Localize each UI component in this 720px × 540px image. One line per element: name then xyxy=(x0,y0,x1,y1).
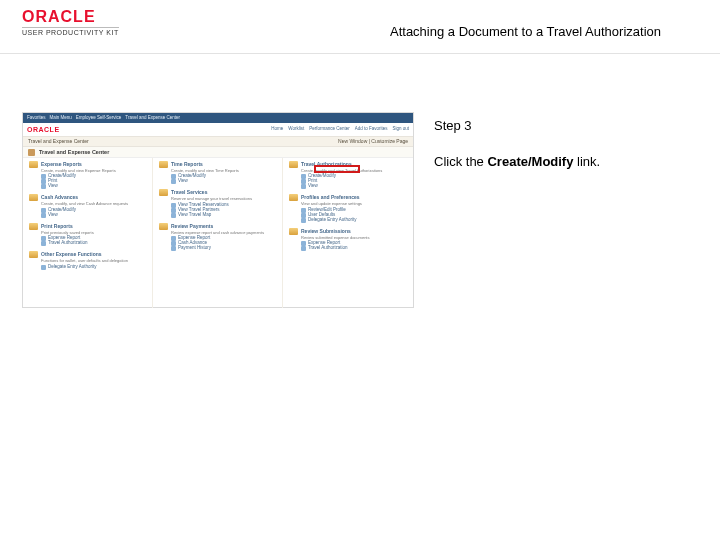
app-brand: ORACLE xyxy=(27,126,60,134)
link[interactable]: Travel Authorization xyxy=(301,246,409,251)
subbrand-text: USER PRODUCTIVITY KIT xyxy=(22,27,119,36)
tile-title[interactable]: Review Payments xyxy=(171,224,213,230)
tile-title[interactable]: Travel Authorizations xyxy=(301,162,352,168)
tile-profiles: Profiles and Preferences View and update… xyxy=(289,194,409,222)
link-view[interactable]: View xyxy=(301,184,409,189)
link[interactable]: Delegate Entry Authority xyxy=(41,265,148,270)
step-text-suffix: link. xyxy=(573,154,600,169)
tile-title[interactable]: Print Reports xyxy=(41,224,73,230)
step-text-target: Create/Modify xyxy=(487,154,573,169)
tile-column: Time Reports Create, modify and view Tim… xyxy=(153,158,283,308)
utility-nav: Home Worklist Performance Center Add to … xyxy=(271,127,409,132)
link[interactable]: Payment History xyxy=(171,246,278,251)
tile-title[interactable]: Cash Advances xyxy=(41,195,78,201)
tile-travel-services: Travel Services Reserve and manage your … xyxy=(159,189,278,217)
section-title: Travel and Expense Center xyxy=(28,139,89,145)
tile-column: Travel Authorizations Create, modify and… xyxy=(283,158,413,308)
nav-home[interactable]: Home xyxy=(271,127,283,132)
page-heading: Travel and Expense Center xyxy=(23,147,413,158)
step-label: Step 3 xyxy=(434,118,600,133)
folder-icon xyxy=(159,189,168,196)
folder-icon xyxy=(289,228,298,235)
tile-column: Expense Reports Create, modify and view … xyxy=(23,158,153,308)
page-title: Travel and Expense Center xyxy=(39,149,109,155)
tile-print-reports: Print Reports Print previously saved rep… xyxy=(29,223,148,246)
folder-icon xyxy=(29,161,38,168)
app-screenshot: Favorites Main Menu Employee Self-Servic… xyxy=(22,112,414,308)
content-row: Favorites Main Menu Employee Self-Servic… xyxy=(0,54,720,308)
breadcrumb-item[interactable]: Employee Self-Service xyxy=(76,116,122,121)
tile-title[interactable]: Travel Services xyxy=(171,190,207,196)
document-title: Attaching a Document to a Travel Authori… xyxy=(390,24,661,39)
brand-text: ORACLE xyxy=(22,8,96,26)
nav-add-favorites[interactable]: Add to Favorites xyxy=(355,127,388,132)
nav-worklist[interactable]: Worklist xyxy=(288,127,304,132)
tile-review-payments: Review Payments Review expense report an… xyxy=(159,223,278,251)
app-header: ORACLE Home Worklist Performance Center … xyxy=(23,123,413,137)
tile-review-submissions: Review Submissions Review submitted expe… xyxy=(289,228,409,251)
tile-grid: Expense Reports Create, modify and view … xyxy=(23,158,413,308)
breadcrumb-bar: Favorites Main Menu Employee Self-Servic… xyxy=(23,113,413,123)
link[interactable]: Delegate Entry Authority xyxy=(301,218,409,223)
page-icon xyxy=(28,149,35,156)
folder-icon xyxy=(29,194,38,201)
header-divider xyxy=(0,53,720,54)
breadcrumb-item[interactable]: Main Menu xyxy=(50,116,72,121)
link-view[interactable]: View xyxy=(41,184,148,189)
tile-title[interactable]: Other Expense Functions xyxy=(41,252,102,258)
step-instruction: Click the Create/Modify link. xyxy=(434,153,600,171)
folder-icon xyxy=(289,161,298,168)
nav-signout[interactable]: Sign out xyxy=(392,127,409,132)
tile-title[interactable]: Profiles and Preferences xyxy=(301,195,360,201)
folder-icon xyxy=(29,223,38,230)
tile-travel-authorizations: Travel Authorizations Create, modify and… xyxy=(289,161,409,189)
tile-title[interactable]: Review Submissions xyxy=(301,229,351,235)
link[interactable]: Travel Authorization xyxy=(41,241,148,246)
section-tools[interactable]: New Window | Customize Page xyxy=(338,139,408,145)
folder-icon xyxy=(159,161,168,168)
folder-icon xyxy=(29,251,38,258)
oracle-upk-logo: ORACLE USER PRODUCTIVITY KIT xyxy=(22,8,119,36)
step-panel: Step 3 Click the Create/Modify link. xyxy=(434,112,600,171)
folder-icon xyxy=(159,223,168,230)
tile-title[interactable]: Expense Reports xyxy=(41,162,82,168)
link-view[interactable]: View xyxy=(41,213,148,218)
tile-time-reports: Time Reports Create, modify and view Tim… xyxy=(159,161,278,184)
tile-cash-advances: Cash Advances Create, modify, and view C… xyxy=(29,194,148,217)
breadcrumb-item[interactable]: Favorites xyxy=(27,116,46,121)
section-title-bar: Travel and Expense Center New Window | C… xyxy=(23,137,413,147)
folder-icon xyxy=(289,194,298,201)
step-text-prefix: Click the xyxy=(434,154,487,169)
tile-expense-reports: Expense Reports Create, modify and view … xyxy=(29,161,148,189)
breadcrumb-item[interactable]: Travel and Expense Center xyxy=(125,116,180,121)
tile-desc: Functions for wallet, user defaults and … xyxy=(41,259,148,263)
link[interactable]: View Travel Map xyxy=(171,213,278,218)
nav-performance[interactable]: Performance Center xyxy=(309,127,350,132)
link[interactable]: View xyxy=(171,179,278,184)
page-header: ORACLE USER PRODUCTIVITY KIT Attaching a… xyxy=(0,0,720,54)
tile-title[interactable]: Time Reports xyxy=(171,162,203,168)
tile-other-functions: Other Expense Functions Functions for wa… xyxy=(29,251,148,269)
